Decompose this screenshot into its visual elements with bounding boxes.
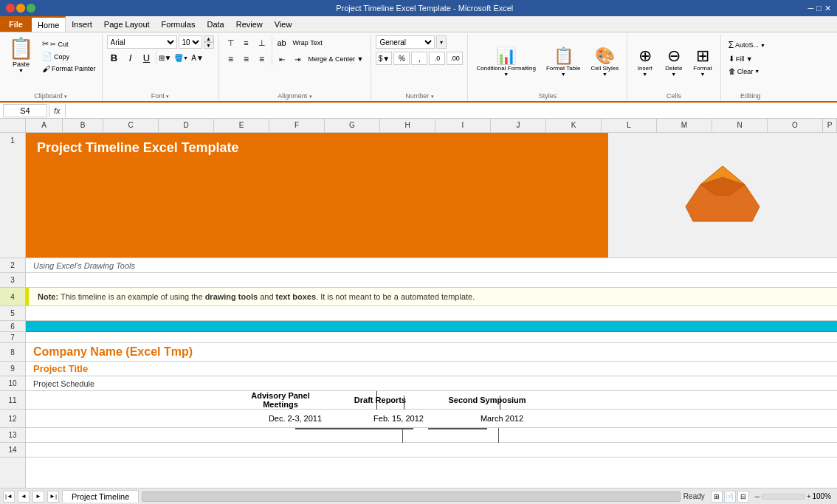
horizontal-scrollbar[interactable] <box>142 491 681 502</box>
copy-button[interactable]: 📄 Copy <box>41 51 97 62</box>
format-cell-button[interactable]: ⊞ Format ▼ <box>689 46 715 79</box>
row-num-13: 13 <box>0 428 25 443</box>
percent-button[interactable]: % <box>393 52 410 65</box>
align-top-button[interactable]: ⊤ <box>224 35 238 50</box>
clear-button[interactable]: 🗑 Clear ▼ <box>726 66 776 77</box>
wrap-text-button[interactable]: Wrap Text <box>290 36 326 49</box>
clipboard-label: Clipboard ▾ <box>0 92 102 100</box>
cut-button[interactable]: ✂ ✂ Cut <box>41 38 97 49</box>
col-header-e: E <box>214 119 269 132</box>
number-label: Number ▾ <box>371 92 467 100</box>
row-num-1: 1 <box>0 133 25 258</box>
align-center-button[interactable]: ≡ <box>239 52 254 66</box>
format-table-button[interactable]: 📋 Format Table ▼ <box>542 46 585 79</box>
menu-data[interactable]: Data <box>201 16 230 32</box>
align-bottom-button[interactable]: ⊥ <box>255 35 269 50</box>
delete-button[interactable]: ⊖ Delete ▼ <box>661 46 686 79</box>
font-size-increase[interactable]: ▲ <box>204 35 214 42</box>
currency-button[interactable]: $▼ <box>376 52 392 65</box>
number-format-selector[interactable]: General <box>376 35 435 49</box>
font-size-decrease[interactable]: ▼ <box>204 42 214 49</box>
col-header-n: N <box>712 119 768 132</box>
timeline-date-3: March 2012 <box>480 414 523 423</box>
formula-input[interactable] <box>67 106 834 115</box>
font-label: Font ▾ <box>103 92 218 100</box>
sheet-tab-active[interactable]: Project Timeline <box>62 490 139 503</box>
underline-button[interactable]: U <box>140 50 154 65</box>
row-num-7: 7 <box>0 332 25 343</box>
insert-button[interactable]: ⊕ Insert ▼ <box>632 46 658 79</box>
col-header-a: A <box>26 119 63 132</box>
text-direction-button[interactable]: ab <box>275 35 289 50</box>
styles-label: Styles <box>468 92 627 100</box>
italic-button[interactable]: I <box>123 50 138 65</box>
col-header-o: O <box>768 119 823 132</box>
autosum-button[interactable]: Σ AutoS... ▼ <box>726 38 776 52</box>
comma-button[interactable]: , <box>411 52 427 65</box>
col-header-f: F <box>269 119 325 132</box>
increase-indent-button[interactable]: ⇥ <box>290 52 305 66</box>
alignment-label: Alignment ▾ <box>219 92 371 100</box>
header-title: Project Timeline Excel Template <box>37 140 238 156</box>
page-layout-btn[interactable]: 📄 <box>724 491 736 503</box>
decrease-indent-button[interactable]: ⇤ <box>275 52 289 66</box>
sheet-nav-prev[interactable]: ◄ <box>18 491 30 503</box>
menu-formulas[interactable]: Formulas <box>156 16 202 32</box>
conditional-formatting-button[interactable]: 📊 Conditional Formatting ▼ <box>472 46 539 79</box>
col-header-b: B <box>63 119 103 132</box>
timeline-date-1: Dec. 2-3, 2011 <box>269 414 322 423</box>
row-num-11: 11 <box>0 391 25 410</box>
cells-label: Cells <box>627 92 720 100</box>
normal-view-btn[interactable]: ⊞ <box>711 491 723 503</box>
cell-styles-button[interactable]: 🎨 Cell Styles ▼ <box>588 46 623 79</box>
font-color-button[interactable]: A▼ <box>190 50 205 65</box>
menu-page-layout[interactable]: Page Layout <box>98 16 156 32</box>
merge-center-button[interactable]: Merge & Center ▼ <box>306 52 367 66</box>
blue-bar <box>26 321 837 332</box>
menu-home[interactable]: Home <box>32 16 66 32</box>
zoom-slider[interactable] <box>761 494 805 500</box>
align-left-button[interactable]: ≡ <box>224 52 238 66</box>
col-header-i: I <box>435 119 491 132</box>
col-header-c: C <box>103 119 159 132</box>
borders-button[interactable]: ⊞▼ <box>158 50 173 65</box>
col-header-p: P <box>823 119 837 132</box>
row-num-5: 5 <box>0 306 25 321</box>
menu-insert[interactable]: Insert <box>66 16 98 32</box>
menu-review[interactable]: Review <box>230 16 269 32</box>
align-middle-button[interactable]: ≡ <box>239 35 254 50</box>
fill-color-button[interactable]: 🪣▼ <box>174 50 189 65</box>
col-header-j: J <box>491 119 546 132</box>
sheet-nav-last[interactable]: ►| <box>47 491 59 503</box>
menu-view[interactable]: View <box>269 16 298 32</box>
project-schedule: Project Schedule <box>33 379 94 388</box>
subtitle-text: Using Excel's Drawing Tools <box>33 261 135 270</box>
status-ready: Ready <box>683 492 705 500</box>
col-header-k: K <box>546 119 602 132</box>
align-right-button[interactable]: ≡ <box>255 52 269 66</box>
decrease-decimal-button[interactable]: .0 <box>429 52 445 65</box>
fill-button[interactable]: ⬇ Fill ▼ <box>726 53 776 64</box>
file-tab[interactable]: File <box>0 16 32 32</box>
cell-reference-input[interactable] <box>3 104 47 117</box>
col-header-h: H <box>380 119 435 132</box>
row-num-6: 6 <box>0 321 25 332</box>
project-title: Project Title <box>33 363 88 374</box>
increase-decimal-button[interactable]: .00 <box>447 52 463 65</box>
sheet-nav-next[interactable]: ► <box>32 491 44 503</box>
company-name: Company Name (Excel Tmp) <box>33 345 193 359</box>
timeline-date-2: Feb. 15, 2012 <box>373 414 424 423</box>
page-break-btn[interactable]: ⊟ <box>737 491 749 503</box>
font-selector[interactable]: Arial <box>107 35 177 49</box>
col-header-m: M <box>657 119 712 132</box>
timeline-label-1: Advisory Panel Meetings <box>232 391 328 409</box>
format-painter-button[interactable]: 🖌 Format Painter <box>41 63 97 74</box>
row-num-10: 10 <box>0 376 25 391</box>
paste-button[interactable]: 📋 Paste ▼ <box>4 35 38 76</box>
sheet-nav-first[interactable]: |◄ <box>3 491 15 503</box>
zoom-level: 100% <box>812 492 831 500</box>
font-size-selector[interactable]: 10 <box>179 35 202 49</box>
col-header-g: G <box>325 119 380 132</box>
bold-button[interactable]: B <box>107 50 122 65</box>
number-format-expand[interactable]: ▾ <box>436 35 447 49</box>
